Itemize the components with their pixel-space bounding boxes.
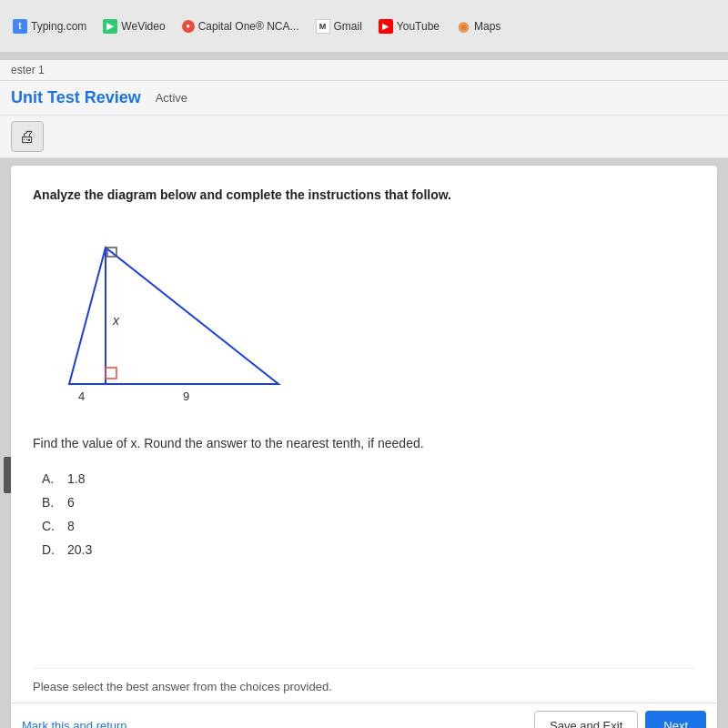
choice-b-letter: B. bbox=[42, 495, 60, 510]
tab-gmail[interactable]: M Gmail bbox=[310, 15, 368, 37]
choice-d-value: 20.3 bbox=[67, 542, 92, 557]
status-badge: Active bbox=[156, 91, 187, 105]
find-text: Find the value of x. Round the answer to… bbox=[33, 433, 695, 453]
action-buttons: Save and Exit Next bbox=[534, 711, 706, 728]
next-button[interactable]: Next bbox=[645, 711, 706, 728]
mark-return-link[interactable]: Mark this and return bbox=[22, 719, 127, 728]
triangle-diagram: x 4 9 bbox=[42, 220, 297, 411]
print-button[interactable]: 🖨 bbox=[11, 121, 44, 152]
tab-typing[interactable]: t Typing.com bbox=[7, 15, 92, 37]
tab-capital-label: Capital One® NCA... bbox=[198, 20, 299, 33]
svg-marker-0 bbox=[69, 248, 278, 384]
tab-maps[interactable]: ◉ Maps bbox=[450, 15, 506, 37]
choice-d-letter: D. bbox=[42, 542, 60, 557]
tab-youtube-label: YouTube bbox=[397, 20, 440, 33]
choices-list: A. 1.8 B. 6 C. 8 D. 20.3 bbox=[42, 471, 695, 557]
browser-toolbar: t Typing.com ▶ WeVideo ● Capital One® NC… bbox=[0, 0, 728, 53]
maps-icon: ◉ bbox=[456, 19, 470, 34]
wevideo-icon: ▶ bbox=[103, 19, 117, 34]
diagram-container: x 4 9 bbox=[42, 220, 695, 415]
question-instruction: Analyze the diagram below and complete t… bbox=[33, 187, 695, 202]
tab-maps-label: Maps bbox=[474, 20, 500, 33]
choice-c-value: 8 bbox=[67, 519, 75, 533]
choice-c-letter: C. bbox=[42, 519, 60, 533]
main-content: Analyze the diagram below and complete t… bbox=[11, 166, 717, 728]
tab-wevideo-label: WeVideo bbox=[121, 20, 165, 33]
label-9: 9 bbox=[183, 389, 189, 403]
choice-b-value: 6 bbox=[67, 495, 75, 510]
tab-capital[interactable]: ● Capital One® NCA... bbox=[177, 16, 305, 36]
choice-a-value: 1.8 bbox=[67, 471, 85, 486]
breadcrumb: ester 1 bbox=[0, 60, 728, 81]
choice-a[interactable]: A. 1.8 bbox=[42, 471, 695, 486]
choice-a-letter: A. bbox=[42, 471, 60, 486]
toolbar-bar: 🖨 bbox=[0, 116, 728, 158]
typing-icon: t bbox=[13, 19, 27, 34]
choice-d[interactable]: D. 20.3 bbox=[42, 542, 695, 557]
choice-b[interactable]: B. 6 bbox=[42, 495, 695, 510]
page-area: ester 1 Unit Test Review Active 🖨 Analyz… bbox=[0, 53, 728, 728]
tab-typing-label: Typing.com bbox=[31, 20, 86, 33]
bottom-actions: Mark this and return Save and Exit Next bbox=[11, 703, 717, 728]
tab-gmail-label: Gmail bbox=[334, 20, 362, 33]
tab-wevideo[interactable]: ▶ WeVideo bbox=[97, 15, 170, 37]
side-tab bbox=[4, 457, 11, 493]
label-x: x bbox=[112, 313, 120, 328]
svg-rect-2 bbox=[106, 368, 116, 379]
assignment-title: Unit Test Review bbox=[11, 88, 141, 107]
youtube-icon: ▶ bbox=[379, 19, 393, 34]
title-bar: Unit Test Review Active bbox=[0, 81, 728, 116]
gmail-icon: M bbox=[316, 19, 330, 34]
choice-c[interactable]: C. 8 bbox=[42, 519, 695, 533]
capital-icon: ● bbox=[182, 20, 195, 33]
bottom-instruction: Please select the best answer from the c… bbox=[33, 668, 695, 693]
save-exit-button[interactable]: Save and Exit bbox=[534, 711, 638, 728]
tab-youtube[interactable]: ▶ YouTube bbox=[373, 15, 445, 37]
label-4: 4 bbox=[78, 389, 85, 403]
print-icon: 🖨 bbox=[19, 127, 35, 147]
